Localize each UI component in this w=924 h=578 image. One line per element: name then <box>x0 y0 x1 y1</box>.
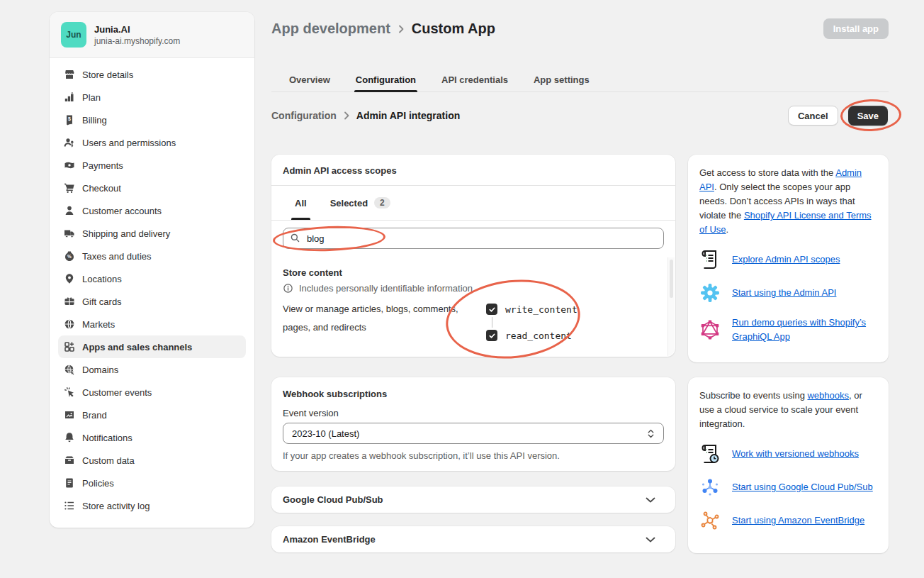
pubsub-icon <box>699 477 721 498</box>
tab-app-settings[interactable]: App settings <box>532 67 591 91</box>
sidebar-item-label: Shipping and delivery <box>82 228 170 239</box>
tab-all[interactable]: All <box>291 186 310 220</box>
admin-api-text: Get access to store data with the <box>699 167 835 178</box>
svg-text:%: % <box>67 254 72 259</box>
link-run-demo-queries-with-shopify-s-graphiql-app[interactable]: Run demo queries with Shopify’s GraphiQL… <box>732 316 875 344</box>
breadcrumb-app-development[interactable]: App development <box>271 21 390 37</box>
chevron-right-icon <box>398 25 404 33</box>
sidebar-item-locations[interactable]: Locations <box>58 267 246 290</box>
breadcrumb-configuration[interactable]: Configuration <box>271 110 337 121</box>
payments-icon <box>64 160 75 171</box>
checkbox-checked-icon[interactable] <box>486 304 497 315</box>
globe-cursor-icon <box>64 364 75 375</box>
gift-card-icon <box>64 296 75 307</box>
cursor-click-icon <box>64 387 75 398</box>
sidebar-item-checkout[interactable]: Checkout <box>58 177 246 199</box>
tab-configuration[interactable]: Configuration <box>354 67 417 91</box>
sidebar-item-payments[interactable]: Payments <box>58 154 246 177</box>
sidebar-item-users-and-permissions[interactable]: Users and permissions <box>58 131 246 154</box>
sidebar-item-policies[interactable]: Policies <box>58 472 246 494</box>
scope-option-read-content[interactable]: read_content <box>486 330 578 341</box>
scope-row: View or manage articles, blogs, comments… <box>283 300 664 341</box>
storefront-icon <box>64 69 75 80</box>
sidebar-item-shipping-and-delivery[interactable]: Shipping and delivery <box>58 222 246 245</box>
cancel-button[interactable]: Cancel <box>788 106 838 126</box>
store-switcher[interactable]: Jun Junia.AI junia-ai.myshopify.com <box>50 12 254 58</box>
page-actions: Cancel Save <box>788 106 889 126</box>
link-explore-admin-api-scopes[interactable]: Explore Admin API scopes <box>732 252 840 267</box>
sidebar-item-label: Store details <box>82 70 133 80</box>
sidebar-item-customer-accounts[interactable]: Customer accounts <box>58 199 246 222</box>
event-version-select[interactable]: 2023-10 (Latest) <box>283 423 664 444</box>
sidebar-item-store-activity-log[interactable]: Store activity log <box>58 494 246 517</box>
sidebar-item-store-details[interactable]: Store details <box>58 63 246 86</box>
install-app-button[interactable]: Install app <box>823 18 889 39</box>
updown-chevron-icon <box>647 428 655 439</box>
sidebar-item-domains[interactable]: Domains <box>58 358 246 381</box>
sidebar-item-customer-events[interactable]: Customer events <box>58 381 246 404</box>
resource-row: Run demo queries with Shopify’s GraphiQL… <box>699 316 877 344</box>
chevron-down-icon <box>646 497 655 503</box>
svg-text:$: $ <box>68 116 71 122</box>
resource-row: Start using Google Cloud Pub/Sub <box>699 477 877 498</box>
plan-icon <box>64 91 75 103</box>
store-domain: junia-ai.myshopify.com <box>94 36 180 46</box>
amazon-eventbridge-section[interactable]: Amazon EventBridge <box>271 526 675 552</box>
chevron-right-icon <box>344 111 349 120</box>
image-icon <box>64 409 75 421</box>
sidebar-item-apps-and-sales-channels[interactable]: Apps and sales channels <box>58 335 246 358</box>
sidebar-item-gift-cards[interactable]: Gift cards <box>58 290 246 313</box>
sub-breadcrumb: Configuration Admin API integration <box>271 110 460 121</box>
scope-option-write-content[interactable]: write_content <box>486 304 578 315</box>
checkbox-checked-icon[interactable] <box>486 330 497 341</box>
pin-icon <box>64 273 75 284</box>
scope-name: write_content <box>505 304 578 315</box>
tab-selected[interactable]: Selected 2 <box>327 186 394 220</box>
scopes-scrollbar[interactable] <box>667 257 675 356</box>
sidebar-item-custom-data[interactable]: Custom data <box>58 449 246 472</box>
settings-nav: Store detailsPlan$BillingUsers and permi… <box>50 58 254 522</box>
save-button[interactable]: Save <box>848 106 888 126</box>
bell-icon <box>64 432 75 443</box>
google-pubsub-section[interactable]: Google Cloud Pub/Sub <box>271 487 675 513</box>
data-box-icon <box>64 455 75 466</box>
webhooks-card-title: Webhook subscriptions <box>283 389 664 399</box>
webhook-subscriptions-card: Webhook subscriptions Event version 2023… <box>271 377 675 471</box>
sidebar-item-label: Gift cards <box>82 296 122 307</box>
scroll-doc-icon <box>699 249 721 270</box>
list-icon <box>64 500 75 511</box>
tab-overview[interactable]: Overview <box>288 67 332 91</box>
admin-api-help-text: Get access to store data with the Admin … <box>699 166 877 237</box>
scroll-clock-icon <box>699 443 721 465</box>
sidebar-item-label: Users and permissions <box>82 138 176 148</box>
scope-section-title: Store content <box>283 267 664 278</box>
sidebar-item-brand[interactable]: Brand <box>58 404 246 426</box>
gear-blue-icon <box>699 282 721 304</box>
sidebar-item-billing[interactable]: $Billing <box>58 109 246 131</box>
link-start-using-the-admin-api[interactable]: Start using the Admin API <box>732 286 836 300</box>
tab-api-credentials[interactable]: API credentials <box>440 67 509 91</box>
link-start-using-amazon-eventbridge[interactable]: Start using Amazon EventBridge <box>732 513 864 528</box>
resource-row: Work with versioned webhooks <box>699 443 877 465</box>
sidebar-item-plan[interactable]: Plan <box>58 86 246 109</box>
link-work-with-versioned-webhooks[interactable]: Work with versioned webhooks <box>732 447 859 461</box>
sidebar-item-label: Apps and sales channels <box>82 342 192 352</box>
graphiql-icon <box>699 319 721 340</box>
globe-dollar-icon <box>64 318 75 330</box>
store-avatar: Jun <box>61 22 86 48</box>
admin-api-text: . <box>726 224 729 235</box>
sidebar-item-label: Markets <box>82 319 115 330</box>
scope-checkboxes: write_contentread_content <box>486 300 578 341</box>
link-start-using-google-cloud-pub-sub[interactable]: Start using Google Cloud Pub/Sub <box>732 480 873 494</box>
scope-search-input[interactable] <box>283 228 664 249</box>
events-link-webhooks[interactable]: webhooks <box>807 390 849 401</box>
event-version-helper: If your app creates a webhook subscripti… <box>283 450 664 461</box>
truck-icon <box>64 228 75 239</box>
store-name: Junia.AI <box>94 24 180 35</box>
sidebar-item-notifications[interactable]: Notifications <box>58 426 246 449</box>
sidebar-item-label: Store activity log <box>82 501 150 511</box>
sidebar-item-taxes-and-duties[interactable]: %Taxes and duties <box>58 245 246 267</box>
sidebar-item-markets[interactable]: Markets <box>58 313 246 335</box>
events-help-text: Subscribe to events using webhooks, or u… <box>699 389 877 431</box>
events-text: Subscribe to events using <box>699 390 807 401</box>
